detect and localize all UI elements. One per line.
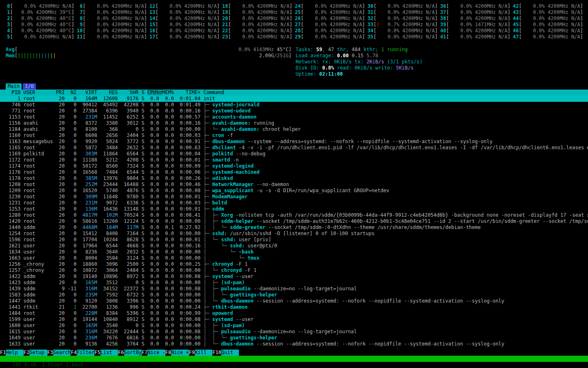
column-header-s[interactable]: S [141,90,147,95]
cell-shr: 22444 [121,329,142,334]
process-row-1423[interactable]: 1423 sddm 20 0 165M 3512 0 S 0.0 0.0 0:0… [0,280,588,286]
meter-close-bracket: ] [290,3,292,9]
process-row-1634[interactable]: 1634 user 20 0 8236 3640 2032 S 0.0 0.0 … [0,249,588,255]
process-row-1257[interactable]: 1257 _chrony 20 0 10872 3064 2484 S 0.0 … [0,267,588,274]
meter-close-bracket: ] [144,22,147,28]
process-row-1169[interactable]: 1169 polkitd 20 0 303M 11864 6564 S 0.0 … [0,151,588,157]
process-row-1439[interactable]: 1439 sddm 9 -11 316M 34152 22372 S 0.0 0… [0,286,588,292]
function-key-f10[interactable]: F10Quit [212,350,239,356]
cpu-meter-text: 0.0% 4200MHz N/A [169,22,217,28]
tmux-window-0[interactable]: 0:sh- [24,362,42,368]
process-row-771[interactable]: 771 root 20 0 27384 6396 3940 S 0.0 0.0 … [0,108,588,114]
tree-branch: │ ├─ [203,286,221,292]
process-args: /usr/sbin/sshd -D [listener] 0 of 10-100… [227,231,374,236]
function-key-f9[interactable]: F9Kill [189,350,213,356]
function-key-f2[interactable]: F2Setup [24,350,47,356]
process-row-1231[interactable]: 1231 root 20 0 231M 9072 6336 S 0.0 0.0 … [0,200,588,206]
process-row-1441[interactable]: 1441 rtkit 21 1 22700 1236 996 S 0.0 0.0… [0,304,588,310]
process-row-1615[interactable]: 1615 user 20 0 316M 34220 22444 S 0.0 0.… [0,329,588,335]
process-row-1600[interactable]: 1600 user 20 0 165M 3540 0 S 0.0 0.0 0:0… [0,323,588,329]
process-row-1440[interactable]: 1440 sddm 20 0 4468M 184M 117M S 0.0 0.1… [0,224,588,231]
cell-user: user [23,329,56,334]
cell-time: 0:00.91 [177,139,203,144]
function-key-f5[interactable]: F5List [94,350,118,356]
function-key-f8[interactable]: F8Nice + [165,350,189,356]
process-row-1230[interactable]: 1230 root 20 0 309M 11648 9780 S 0.0 0.0… [0,194,588,200]
column-header-pid[interactable]: PID [6,90,23,95]
process-row-1280[interactable]: 1280 root 20 0 4817M 102M 70524 S 0.0 0.… [0,212,588,218]
function-key-f4[interactable]: F4Filter [71,350,94,356]
process-row-1209[interactable]: 1209 root 20 0 16520 5740 4876 S 0.0 0.0… [0,188,588,194]
process-row-1160[interactable]: 1160 root 20 0 6608 2656 2404 S 0.0 0.0 … [0,132,588,139]
cell-cpu-percent: 0.0 [147,304,162,310]
process-row-1254[interactable]: 1254 root 20 0 15412 8408 7164 S 0.0 0.0… [0,231,588,237]
column-header-time[interactable]: TIME+ [177,90,203,95]
process-row-1178[interactable]: 1178 root 20 0 385M 13976 9804 S 0.0 0.0… [0,175,588,182]
tab-io[interactable]: I/O [23,83,36,90]
process-row-1208[interactable]: 1208 root 20 0 252M 23444 16488 S 0.0 0.… [0,182,588,188]
process-row-1583[interactable]: 1583 sddm 20 0 235M 7592 6732 S 0.0 0.0 … [0,292,588,298]
function-key-f7[interactable]: F7Nice - [142,350,165,356]
process-row-1253[interactable]: 1253 root 20 0 136M 16436 13148 S 0.0 0.… [0,206,588,212]
cell-cpu-percent: 0.0 [147,280,162,285]
process-row-1172[interactable]: 1172 root 20 0 11188 5212 4208 S 0.0 0.0… [0,157,588,163]
process-row-746[interactable]: 746 root 20 0 90412 45492 42208 S 0.0 0.… [0,102,588,108]
column-header-virt[interactable]: VIRT [80,90,100,95]
function-key-f6[interactable]: F6SortBy [118,350,142,356]
column-header-res[interactable]: RES [100,90,121,95]
process-row-1596[interactable]: 1596 root 20 0 17704 10244 8628 S 0.0 0.… [0,237,588,243]
column-header-ni[interactable]: NI [68,90,80,95]
function-key-f1[interactable]: F1Help [0,350,24,356]
column-header-mem[interactable]: MEM% [162,90,177,95]
cell-state: S [141,145,147,150]
cpu-meter-text: 0.0% 4200MHz N/A [169,28,217,34]
column-header-user[interactable]: USER [23,90,56,95]
cell-user: user [23,323,56,328]
process-row-1156[interactable]: 1156 avahi 20 0 8372 3380 3012 S 0.0 0.0… [0,120,588,126]
tab-main[interactable]: Main [6,83,22,90]
process-row-1256[interactable]: 1256 _chrony 20 0 18860 3096 2500 S 0.0 … [0,261,588,267]
column-header-cpu[interactable]: CPU%▽ [147,90,162,95]
cell-state: S [141,243,147,249]
process-list: 1 root 20 0 164M 12608 9176 S 0.0 0.0 0:… [0,96,588,347]
column-header-shr[interactable]: SHR [121,90,142,95]
process-row-1649[interactable]: 1649 user 20 0 236M 7676 6816 S 0.0 0.0 … [0,335,588,341]
cell-cpu-percent: 0.0 [147,139,162,144]
process-row-1599[interactable]: 1599 user 20 0 19144 10840 8912 S 0.0 0.… [0,316,588,323]
process-row-1[interactable]: 1 root 20 0 164M 12608 9176 S 0.0 0.0 0:… [0,96,588,102]
tmux-window-2[interactable]: 2:bash [66,362,87,368]
process-row-1621[interactable]: 1621 user 20 0 17964 6544 4668 S 0.0 0.0… [0,243,588,249]
cell-priority: 20 [56,188,68,193]
process-row-1484[interactable]: 1484 root 20 0 228M 8384 5396 S 0.0 0.0 … [0,310,588,316]
process-row-1420[interactable]: 1420 root 20 0 58616 13260 12124 S 0.0 0… [0,218,588,224]
cpu-meter-24: 24[0.0% 4200MHz N/A] [295,3,365,9]
process-row-1184[interactable]: 1184 avahi 20 0 8100 368 0 S 0.0 0.0 0:0… [0,126,588,132]
process-row-1422[interactable]: 1422 sddm 20 0 19140 10896 8972 S 0.0 0.… [0,274,588,280]
cell-mem-percent: 0.1 [162,224,177,230]
process-name: -bash [239,249,254,255]
cell-shr: 2484 [121,267,142,273]
function-key-f3[interactable]: F3Search [47,350,71,356]
process-row-1153[interactable]: 1153 root 20 0 231M 11452 6252 S 0.0 0.0… [0,114,588,120]
cell-user: user [23,316,56,322]
process-row-1447[interactable]: 1447 sddm 20 0 9120 3808 3396 S 0.0 0.0 … [0,298,588,304]
process-row-1663[interactable]: 1663 user 20 0 8004 3584 3124 S 0.0 0.0 … [0,255,588,261]
avg-meter-value: 0.0% 4143MHz 45°C [238,47,289,53]
process-name: chronyd [221,267,242,273]
column-header-command[interactable]: Command [203,90,224,95]
process-row-1165[interactable]: 1165 root 20 0 5872 3484 2632 S 0.0 0.0 … [0,145,588,151]
cell-virt: 236M [80,335,100,341]
meter-open-bracket: [ [155,16,158,22]
process-row-1163[interactable]: 1163 messagebus 20 0 9920 5024 3772 S 0.… [0,139,588,145]
process-row-1633[interactable]: 1633 user 20 0 9136 4256 3764 S 0.0 0.0 … [0,341,588,347]
process-row-1176[interactable]: 1176 root 20 0 16568 7484 6544 S 0.0 0.0… [0,169,588,175]
meter-open-bracket: [ [519,16,521,22]
cell-res: 3096 [100,261,121,267]
tmux-window-1[interactable]: 1:htop* [42,362,66,368]
cell-virt: 19144 [80,316,100,322]
process-row-1174[interactable]: 1174 root 20 0 50172 8560 7324 S 0.0 0.0… [0,163,588,169]
cell-shr: 70524 [121,212,142,218]
cell-time: 0:00.04 [177,151,203,157]
column-header-pri[interactable]: PRI [56,90,68,95]
cell-nice: 0 [68,139,80,144]
